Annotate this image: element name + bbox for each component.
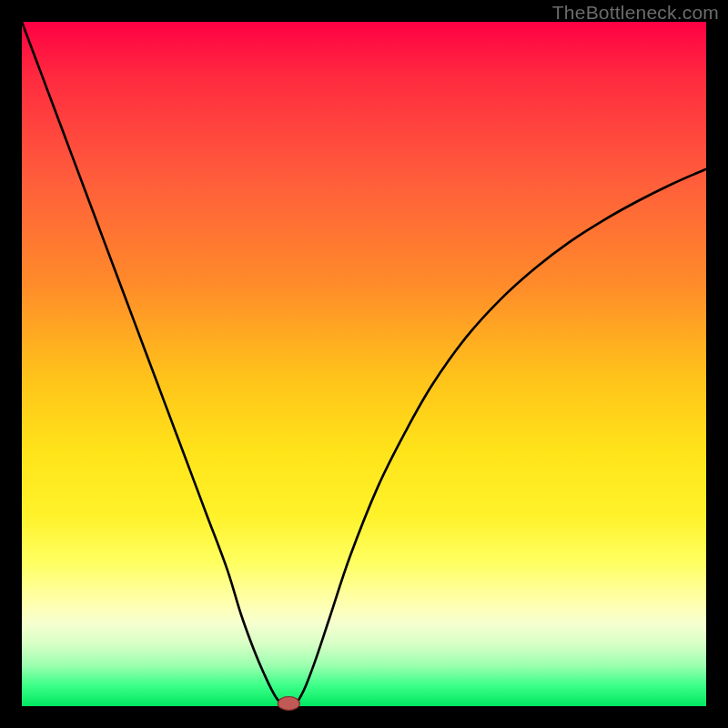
chart-svg <box>22 22 706 706</box>
chart-container: TheBottleneck.com <box>0 0 728 728</box>
watermark-text: TheBottleneck.com <box>552 2 719 24</box>
left-branch-curve <box>22 22 283 705</box>
minimum-marker <box>278 696 299 710</box>
plot-area <box>22 22 706 706</box>
right-branch-curve <box>294 169 706 705</box>
